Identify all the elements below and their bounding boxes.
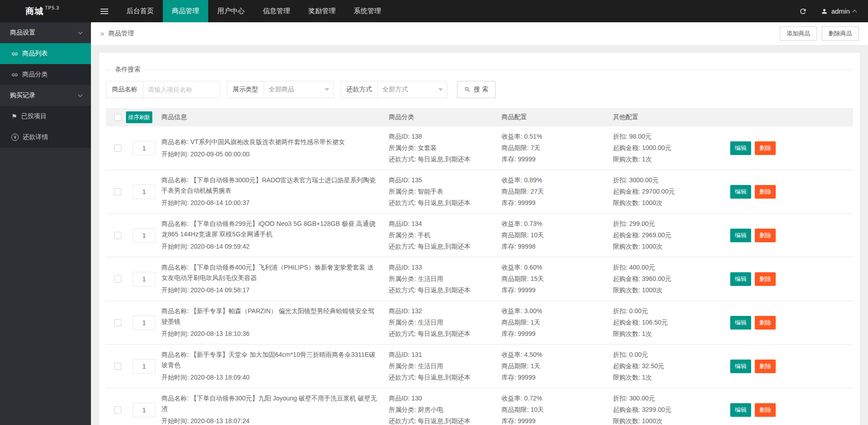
edit-button[interactable]: 编辑 <box>730 185 751 199</box>
table-row: 商品名称: 【新手专享】帕森（PARZIN） 偏光太阳镜型男经典蛤蟆镜安全驾驶墨… <box>106 301 853 345</box>
topbar: 商城TP5.3 后台首页 商品管理 用户中心 信息管理 奖励管理 系统管理 ad… <box>0 0 868 22</box>
nav-item-info-admin[interactable]: 信息管理 <box>254 0 299 22</box>
username-label: admin <box>831 7 850 15</box>
refresh-icon[interactable] <box>799 7 807 15</box>
sidebar-item-product-list[interactable]: 商品列表 <box>0 43 91 64</box>
display-type-select[interactable]: 全部商品 <box>264 81 333 98</box>
chevron-up-icon <box>853 10 857 15</box>
product-start-time: 开始时间: 2020-08-14 09:58:17 <box>161 285 377 295</box>
search-panel: 条件搜索 商品名称 展示类型 全部商品 还款方式 <box>106 65 853 108</box>
chevron-down-icon <box>78 30 83 35</box>
product-name-input[interactable] <box>143 81 220 98</box>
row-checkbox[interactable] <box>114 275 121 283</box>
nav-item-user-center[interactable]: 用户中心 <box>208 0 254 22</box>
product-purchase-limit: 限购次数: 1次 <box>613 372 725 383</box>
nav-item-dashboard[interactable]: 后台首页 <box>117 0 163 22</box>
sort-order-input[interactable] <box>133 272 156 286</box>
product-discount: 折扣: 0.00元 <box>613 305 725 317</box>
sort-order-input[interactable] <box>133 141 156 155</box>
row-checkbox[interactable] <box>114 319 121 326</box>
row-checkbox[interactable] <box>114 363 121 370</box>
product-rate: 收益率: 0.73% <box>502 218 607 230</box>
delete-button[interactable]: 删除 <box>755 316 776 330</box>
add-product-button[interactable]: 添加商品 <box>780 26 817 41</box>
product-name: 商品名称: 【下单自动领券3000元】RADO雷达表官方瑞士进口皓星系列陶瓷手表… <box>161 175 377 196</box>
delete-button[interactable]: 删除 <box>755 272 776 286</box>
delete-button[interactable]: 删除 <box>755 185 776 199</box>
row-checkbox[interactable] <box>114 145 121 152</box>
product-period: 商品期限: 27天 <box>502 186 607 197</box>
sidebar-item-product-category[interactable]: 商品分类 <box>0 64 91 85</box>
product-category: 所属分类: 厨房小电 <box>389 404 496 415</box>
row-checkbox[interactable] <box>114 406 121 414</box>
search-button[interactable]: 搜 索 <box>457 81 496 98</box>
edit-button[interactable]: 编辑 <box>730 229 751 242</box>
product-name-label: 商品名称 <box>106 81 143 98</box>
product-category: 所属分类: 生活日用 <box>389 273 496 285</box>
product-repay-method: 还款方式: 每日返息,到期还本 <box>389 197 496 209</box>
user-menu[interactable]: admin <box>821 7 856 15</box>
flag-icon: ⚑ <box>11 113 17 120</box>
product-stock: 库存: 99999 <box>502 285 607 296</box>
edit-button[interactable]: 编辑 <box>730 403 751 417</box>
repay-method-select[interactable]: 全部方式 <box>378 81 447 98</box>
product-discount: 折扣: 3000.00元 <box>613 175 725 186</box>
nav-item-product-admin[interactable]: 商品管理 <box>163 0 208 22</box>
sort-order-input[interactable] <box>133 228 156 243</box>
sort-order-input[interactable] <box>133 403 156 417</box>
delete-button[interactable]: 删除 <box>755 403 776 417</box>
sidebar-group-product-settings[interactable]: 商品设置 <box>0 22 91 43</box>
sidebar: 商品设置 商品列表 商品分类 购买记录 ⚑ 已投项目 ¥ 还款详情 <box>0 22 91 425</box>
product-min-buy: 起购金额: 3960.00元 <box>613 273 725 285</box>
product-id: 商品ID: 132 <box>389 305 496 317</box>
nav-item-system-admin[interactable]: 系统管理 <box>345 0 390 22</box>
sort-order-input[interactable] <box>133 315 156 330</box>
sort-refresh-button[interactable]: 排序刷新 <box>126 111 152 123</box>
product-name: 商品名称: 【下单自动领券299元】iQOO Neo3 5G 8GB+128GB… <box>161 219 377 240</box>
repay-method-label: 还款方式 <box>341 81 378 98</box>
row-checkbox[interactable] <box>114 232 121 239</box>
sort-order-input[interactable] <box>133 185 156 199</box>
topbar-right: admin <box>799 0 868 22</box>
select-all-checkbox[interactable] <box>114 114 121 121</box>
product-id: 商品ID: 133 <box>389 262 496 273</box>
product-name: 商品名称: 【下单自动领券400元】飞利浦（PHILIPS）焕新奢宠挚爱套装 送… <box>161 262 377 283</box>
product-id: 商品ID: 135 <box>389 175 496 186</box>
sidebar-item-repayment-details[interactable]: ¥ 还款详情 <box>0 127 91 148</box>
edit-button[interactable]: 编辑 <box>730 316 751 330</box>
header-other-config: 其他配置 <box>613 113 730 121</box>
breadcrumb-chevrons-icon: » <box>100 29 104 38</box>
product-start-time: 开始时间: 2020-08-14 09:59:42 <box>161 241 377 252</box>
product-stock: 库存: 99999 <box>502 154 607 165</box>
product-stock: 库存: 99999 <box>502 328 607 340</box>
search-icon <box>464 86 471 93</box>
product-start-time: 开始时间: 2020-08-13 18:09:40 <box>161 372 377 383</box>
table-row: 商品名称: 【新手专享】天堂伞 加大加固64cm*10骨三折晴雨商务伞3311E… <box>106 345 853 388</box>
product-discount: 折扣: 400.00元 <box>613 262 725 273</box>
edit-button[interactable]: 编辑 <box>730 272 751 286</box>
edit-button[interactable]: 编辑 <box>730 360 751 373</box>
nav-item-reward-admin[interactable]: 奖励管理 <box>299 0 345 22</box>
delete-product-button[interactable]: 删除商品 <box>822 26 859 41</box>
sidebar-group-purchase-records[interactable]: 购买记录 <box>0 85 91 106</box>
repay-method-value: 全部方式 <box>382 85 408 94</box>
delete-button[interactable]: 删除 <box>755 141 776 155</box>
delete-button[interactable]: 删除 <box>755 360 776 373</box>
content-card: 条件搜索 商品名称 展示类型 全部商品 还款方式 <box>99 53 860 425</box>
search-button-label: 搜 索 <box>474 85 488 94</box>
product-name: 商品名称: VT系列中国风旗袍改良版连衣裙两件套性感吊带长裙女 <box>161 137 377 147</box>
product-rate: 收益率: 0.51% <box>502 131 607 142</box>
sidebar-item-label: 还款详情 <box>23 133 48 141</box>
delete-button[interactable]: 删除 <box>755 229 776 242</box>
sidebar-item-invested-projects[interactable]: ⚑ 已投项目 <box>0 106 91 127</box>
product-period: 商品期限: 10天 <box>502 230 607 241</box>
product-start-time: 开始时间: 2020-08-13 18:10:36 <box>161 329 377 339</box>
table-row: 商品名称: 【下单自动领券300元】九阳 Joyoung 破壁不用手洗豆浆机 破… <box>106 388 853 425</box>
product-min-buy: 起购金额: 32.50元 <box>613 360 725 372</box>
product-min-buy: 起购金额: 1000.00元 <box>613 142 725 154</box>
row-checkbox[interactable] <box>114 188 121 195</box>
edit-button[interactable]: 编辑 <box>730 141 751 155</box>
table-body: 商品名称: VT系列中国风旗袍改良版连衣裙两件套性感吊带长裙女 开始时间: 20… <box>106 126 853 425</box>
hamburger-icon[interactable] <box>91 0 117 22</box>
sort-order-input[interactable] <box>133 359 156 374</box>
